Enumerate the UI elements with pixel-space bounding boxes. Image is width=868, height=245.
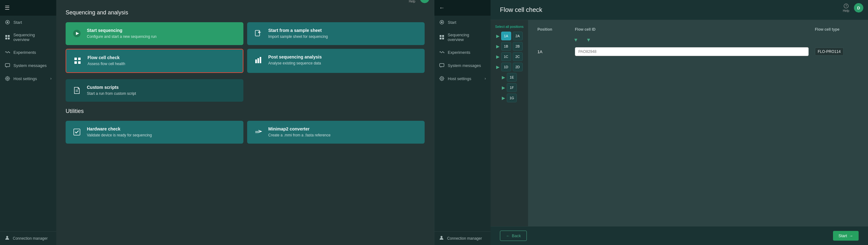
flow-cell-position-selector: Select all positions ▶ 1A 2A ▶ 1B 2B ▶ 1… xyxy=(491,20,528,226)
table-header-row: Position Flow cell ID Flow cell type xyxy=(534,25,862,34)
wave-icon xyxy=(5,49,10,55)
select-all-positions-link[interactable]: Select all positions xyxy=(495,25,523,28)
pos-box-2C[interactable]: 2C xyxy=(513,52,523,61)
sidebar-host-settings-label: Host settings xyxy=(13,76,37,81)
pos-box-2B[interactable]: 2B xyxy=(513,42,523,51)
svg-point-30 xyxy=(441,78,443,80)
card-hardware-check[interactable]: Hardware check Validate device is ready … xyxy=(66,121,243,144)
pos-box-1B[interactable]: 1B xyxy=(501,42,511,51)
hamburger-icon[interactable]: ☰ xyxy=(5,4,10,11)
circle-dot-icon xyxy=(5,19,10,25)
svg-point-31 xyxy=(440,236,442,238)
sidebar-item-experiments[interactable]: Experiments xyxy=(0,46,56,59)
sidebar-start-label: Start xyxy=(13,20,22,25)
r-help-button[interactable]: ? Help xyxy=(843,3,849,12)
right-sidebar-item-system-messages[interactable]: System messages xyxy=(434,59,491,72)
card-start-sequencing[interactable]: Start sequencing Configure and start a n… xyxy=(66,22,243,45)
play-btn-1C[interactable]: ▶ xyxy=(496,54,500,59)
sidebar-item-start[interactable]: Start xyxy=(0,16,56,29)
hardware-check-text: Hardware check Validate device is ready … xyxy=(87,127,238,138)
flow-cell-type-select[interactable]: FLO-PRO114 xyxy=(815,48,844,56)
left-sidebar: ☰ Start Sequencing overview Experiments xyxy=(0,0,56,245)
grid-icon xyxy=(5,34,10,40)
svg-rect-26 xyxy=(442,35,444,37)
start-button[interactable]: Start → xyxy=(833,231,859,241)
back-nav-icon[interactable]: ← xyxy=(439,5,445,11)
col-header-flow-cell-id: Flow cell ID xyxy=(572,25,812,34)
card-flow-cell-check[interactable]: Flow cell check Assess flow cell health xyxy=(66,49,243,73)
pos-box-1E[interactable]: 1E xyxy=(507,73,517,82)
table-row: 1A FLO-PRO114 xyxy=(534,46,862,57)
flow-cell-id-input[interactable] xyxy=(575,47,809,56)
position-row-1B-2B: ▶ 1B 2B xyxy=(496,42,523,51)
filter-up-icon[interactable]: ▼ xyxy=(586,37,591,43)
check-box-icon xyxy=(71,127,83,138)
play-btn-1E[interactable]: ▶ xyxy=(502,75,505,80)
card-custom-scripts[interactable]: Custom scripts Start a run from custom s… xyxy=(66,79,243,102)
connection-manager-label: Connection manager xyxy=(13,236,48,241)
start-sequencing-text: Start sequencing Configure and start a n… xyxy=(87,28,238,39)
pos-box-1F[interactable]: 1F xyxy=(507,83,517,92)
play-icon xyxy=(71,28,83,39)
card-post-sequencing-analysis[interactable]: Post sequencing analysis Analyse existin… xyxy=(247,49,425,73)
r-person-icon xyxy=(439,235,444,241)
flow-cell-check-title: Flow cell check xyxy=(500,6,859,13)
play-btn-1F[interactable]: ▶ xyxy=(502,85,505,90)
sidebar-item-host-settings[interactable]: Host settings › xyxy=(0,72,56,85)
help-button[interactable]: ? Help xyxy=(409,0,415,3)
sidebar-sequencing-overview-label: Sequencing overview xyxy=(13,32,52,42)
right-sidebar-item-start[interactable]: Start xyxy=(434,16,491,29)
sidebar-item-sequencing-overview[interactable]: Sequencing overview xyxy=(0,29,56,46)
right-sidebar-item-sequencing-overview[interactable]: Sequencing overview xyxy=(434,29,491,46)
play-btn-1D[interactable]: ▶ xyxy=(496,64,500,70)
r-message-icon xyxy=(439,62,445,68)
position-row-1E: ▶ 1E xyxy=(502,73,517,82)
right-sidebar-connection-manager[interactable]: Connection manager xyxy=(434,231,491,245)
right-sidebar-system-messages-label: System messages xyxy=(448,63,481,68)
svg-point-1 xyxy=(7,22,8,23)
sidebar-item-system-messages[interactable]: System messages xyxy=(0,59,56,72)
sequencing-analysis-title: Sequencing and analysis xyxy=(66,9,425,16)
svg-rect-4 xyxy=(5,37,7,39)
arrows-icon xyxy=(253,127,264,138)
sidebar-connection-manager[interactable]: Connection manager xyxy=(0,231,56,245)
svg-rect-19 xyxy=(260,57,261,63)
play-btn-1A[interactable]: ▶ xyxy=(496,33,500,38)
filter-row: ▼ ▼ xyxy=(534,37,862,43)
pos-box-1G[interactable]: 1G xyxy=(507,93,517,102)
pos-box-1C[interactable]: 1C xyxy=(501,52,511,61)
filter-down-icon[interactable]: ▼ xyxy=(574,37,578,43)
right-panel: ← Start Sequencing overview Experiments xyxy=(434,0,868,245)
person-icon xyxy=(5,235,10,241)
right-sidebar-host-settings-label: Host settings xyxy=(448,76,471,81)
custom-scripts-desc: Start a run from custom script xyxy=(87,91,238,97)
doc-icon xyxy=(71,85,83,96)
post-sequencing-desc: Analyse existing sequence data xyxy=(269,61,419,66)
play-btn-1G[interactable]: ▶ xyxy=(502,96,505,101)
user-avatar[interactable]: D xyxy=(420,0,429,3)
back-button[interactable]: ← Back xyxy=(500,230,527,241)
position-row-1A-2A: ▶ 1A 2A xyxy=(496,32,523,40)
pos-box-1D[interactable]: 1D xyxy=(501,62,511,71)
sample-sheet-desc: Import sample sheet for sequencing xyxy=(269,34,419,39)
right-sidebar-item-host-settings[interactable]: Host settings › xyxy=(434,72,491,85)
svg-rect-13 xyxy=(74,58,77,60)
custom-scripts-text: Custom scripts Start a run from custom s… xyxy=(87,85,238,97)
start-sequencing-desc: Configure and start a new sequencing run xyxy=(87,34,238,39)
start-sequencing-title: Start sequencing xyxy=(87,28,238,33)
right-sidebar-item-experiments[interactable]: Experiments xyxy=(434,46,491,59)
pos-box-2D[interactable]: 2D xyxy=(513,62,523,71)
pos-box-2A[interactable]: 2A xyxy=(513,32,523,40)
r-grid-icon xyxy=(439,34,445,40)
card-start-from-sample-sheet[interactable]: Start from a sample sheet Import sample … xyxy=(247,22,425,45)
svg-point-7 xyxy=(6,236,8,238)
right-main-content: ? Help D Flow cell check Select all posi… xyxy=(491,0,868,245)
svg-rect-17 xyxy=(255,59,257,63)
card-minimap2-converter[interactable]: Minimap2 converter Create a .mmi from a … xyxy=(247,121,425,144)
pos-box-1A[interactable]: 1A xyxy=(501,32,511,40)
sample-sheet-text: Start from a sample sheet Import sample … xyxy=(269,28,419,39)
svg-rect-25 xyxy=(440,35,441,37)
left-sidebar-header: ☰ xyxy=(0,0,56,16)
r-user-avatar[interactable]: D xyxy=(854,3,863,12)
play-btn-1B[interactable]: ▶ xyxy=(496,44,500,49)
